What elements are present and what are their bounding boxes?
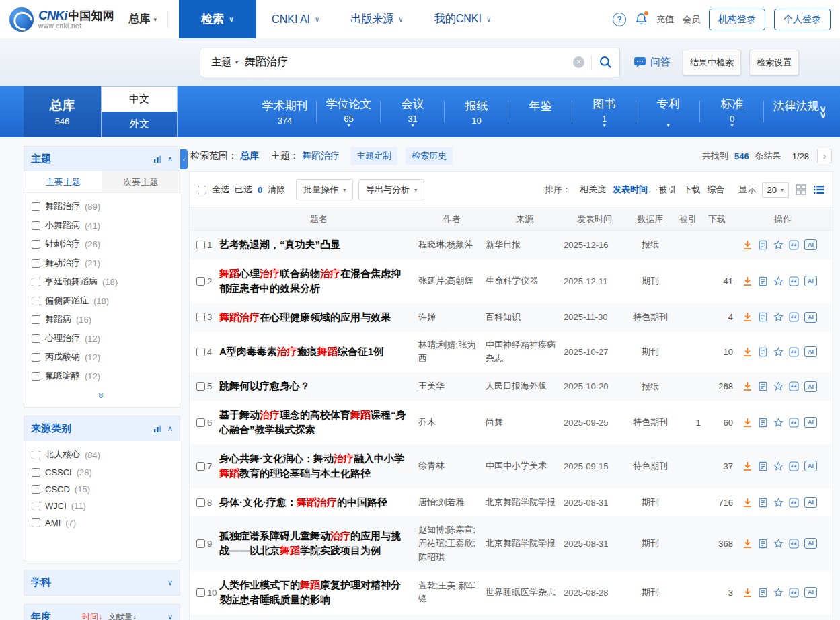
- filter-checkbox[interactable]: [32, 353, 40, 362]
- quote-icon[interactable]: [789, 588, 799, 598]
- quote-icon[interactable]: [789, 312, 799, 322]
- source-filter-item[interactable]: CSSCI(28): [24, 464, 180, 481]
- result-authors[interactable]: 林晴;利婧;张为西: [418, 338, 486, 365]
- result-source[interactable]: 世界睡眠医学杂志: [486, 586, 564, 599]
- search-in-results-button[interactable]: 结果中检索: [683, 50, 741, 75]
- result-authors[interactable]: 程晓琳;杨频萍: [418, 238, 486, 251]
- select-all-label[interactable]: 全选: [212, 184, 229, 196]
- topic-custom-button[interactable]: 主题定制: [350, 147, 397, 165]
- ai-icon[interactable]: AI: [804, 417, 817, 428]
- row-checkbox[interactable]: [196, 348, 205, 356]
- db-tab-4[interactable]: 年鉴: [508, 86, 572, 137]
- top-nav-item-1[interactable]: CNKI AI∨: [272, 13, 319, 26]
- row-checkbox[interactable]: [196, 588, 205, 597]
- quote-icon[interactable]: [789, 381, 799, 391]
- personal-login-button[interactable]: 个人登录: [774, 9, 831, 30]
- sidebar-collapse-handle[interactable]: ‹: [180, 149, 188, 169]
- quote-icon[interactable]: [789, 347, 799, 357]
- filter-checkbox[interactable]: [32, 259, 40, 268]
- chevron-double-down-icon[interactable]: ∨∨: [819, 106, 827, 118]
- quote-icon[interactable]: [789, 539, 799, 549]
- result-authors[interactable]: 徐青林: [418, 459, 486, 473]
- search-input[interactable]: [245, 56, 573, 69]
- topic-filter-item[interactable]: 氟哌啶醇(12): [24, 366, 180, 385]
- topic-filter-item[interactable]: 舞蹈治疗(89): [24, 197, 180, 216]
- download-icon[interactable]: [742, 498, 753, 508]
- result-source[interactable]: 新华日报: [486, 238, 564, 251]
- list-view-icon[interactable]: [813, 184, 825, 195]
- result-title-link[interactable]: 身体·文化·疗愈：舞蹈治疗的中国路径: [219, 495, 418, 510]
- topic-value[interactable]: 舞蹈治疗: [302, 150, 340, 162]
- result-title-link[interactable]: 舞蹈心理治疗联合药物治疗在混合焦虑抑郁症患者中的效果分析: [219, 266, 418, 297]
- download-icon[interactable]: [742, 381, 753, 391]
- row-checkbox[interactable]: [196, 498, 205, 507]
- filter-checkbox[interactable]: [32, 202, 40, 211]
- topic-filter-item[interactable]: 亨廷顿舞蹈病(18): [24, 272, 180, 291]
- html-read-icon[interactable]: [758, 240, 768, 250]
- filter-checkbox[interactable]: [32, 240, 40, 249]
- result-title-link[interactable]: 基于舞动治疗理念的高校体育舞蹈课程“身心融合”教学模式探索: [219, 408, 418, 438]
- top-nav-item-0[interactable]: 检索∨: [179, 0, 256, 38]
- search-field-selector[interactable]: 主题 ▾: [207, 56, 245, 69]
- html-read-icon[interactable]: [758, 418, 768, 428]
- db-tab-5[interactable]: 图书1▾: [572, 86, 636, 137]
- favorite-icon[interactable]: [773, 240, 784, 250]
- db-tab-7[interactable]: 标准0▾: [700, 86, 764, 137]
- topic-filter-item[interactable]: 小舞蹈病(41): [24, 216, 180, 235]
- row-checkbox[interactable]: [196, 539, 205, 548]
- bar-chart-icon[interactable]: [153, 155, 162, 163]
- result-source[interactable]: 北京舞蹈学院学报: [486, 496, 564, 509]
- html-read-icon[interactable]: [758, 461, 768, 471]
- collapse-section-icon[interactable]: ∧: [167, 155, 173, 163]
- quote-icon[interactable]: [789, 418, 799, 428]
- collapse-section-icon[interactable]: ∧: [167, 424, 173, 433]
- db-tab-0[interactable]: 学术期刊374: [253, 86, 317, 137]
- result-authors[interactable]: 赵知博;陈寒宣;周祐瑄;王嘉欣;陈昭琪: [418, 523, 486, 564]
- filter-checkbox[interactable]: [32, 485, 40, 494]
- favorite-icon[interactable]: [773, 276, 784, 286]
- html-read-icon[interactable]: [758, 276, 768, 286]
- search-icon[interactable]: [599, 55, 613, 69]
- result-title-link[interactable]: 身心共舞·文化润心：舞动治疗融入中小学舞蹈教育的理论基础与本土化路径: [219, 451, 418, 481]
- sort-option-0[interactable]: 相关度: [580, 184, 606, 194]
- top-nav-item-3[interactable]: 我的CNKI∨: [434, 12, 492, 26]
- ai-icon[interactable]: AI: [804, 461, 817, 471]
- year-sort-time[interactable]: 时间↓: [82, 611, 102, 620]
- result-authors[interactable]: 乔木: [418, 416, 486, 429]
- filter-checkbox[interactable]: [32, 334, 40, 343]
- result-title-link[interactable]: 跳舞何以疗愈身心？: [219, 379, 418, 394]
- filter-checkbox[interactable]: [32, 315, 40, 324]
- source-filter-item[interactable]: AMI(7): [24, 514, 180, 531]
- clear-selection-button[interactable]: 清除: [268, 184, 285, 196]
- favorite-icon[interactable]: [773, 461, 784, 471]
- favorite-icon[interactable]: [773, 498, 784, 508]
- html-read-icon[interactable]: [758, 381, 768, 391]
- html-read-icon[interactable]: [758, 539, 768, 549]
- export-analyze-button[interactable]: 导出与分析 ▾: [358, 179, 424, 200]
- download-icon[interactable]: [742, 240, 753, 250]
- grid-view-icon[interactable]: [796, 184, 806, 195]
- quote-icon[interactable]: [789, 461, 799, 471]
- ai-icon[interactable]: AI: [804, 587, 817, 598]
- next-page-button[interactable]: ›: [817, 149, 832, 163]
- topic-filter-item[interactable]: 心理治疗(12): [24, 329, 180, 348]
- row-checkbox[interactable]: [196, 462, 205, 471]
- clear-search-icon[interactable]: ×: [573, 56, 584, 68]
- favorite-icon[interactable]: [773, 312, 784, 322]
- cnki-logo[interactable]: CNKi 中国知网 www.cnki.net: [9, 7, 114, 32]
- result-authors[interactable]: 许婵: [418, 311, 486, 324]
- favorite-icon[interactable]: [773, 539, 784, 549]
- expand-section-icon[interactable]: ∨: [167, 613, 173, 620]
- html-read-icon[interactable]: [758, 588, 768, 598]
- filter-checkbox[interactable]: [32, 518, 40, 527]
- row-checkbox[interactable]: [196, 313, 205, 321]
- row-checkbox[interactable]: [196, 241, 205, 249]
- expand-section-icon[interactable]: ∨: [167, 578, 173, 587]
- result-title-link[interactable]: 孤独症谱系障碍儿童舞动治疗的应用与挑战——以北京舞蹈学院实践项目为例: [219, 529, 418, 559]
- topic-filter-item[interactable]: 丙戊酸钠(12): [24, 348, 180, 366]
- result-authors[interactable]: 萱乾;王美;郝军锋: [418, 579, 486, 606]
- result-source[interactable]: 尚舞: [486, 416, 564, 429]
- library-selector[interactable]: 总库 ▾: [128, 12, 157, 26]
- source-filter-item[interactable]: 北大核心(84): [24, 445, 180, 464]
- help-icon[interactable]: ?: [613, 13, 626, 26]
